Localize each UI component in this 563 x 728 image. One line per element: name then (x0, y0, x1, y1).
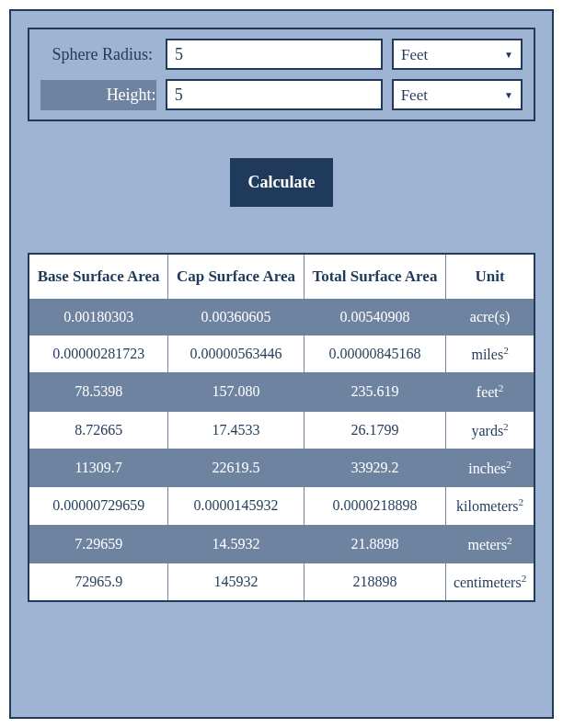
table-row: 72965.9145932218898centimeters2 (29, 563, 534, 601)
unit-label: acre(s) (470, 309, 511, 324)
table-row: 0.000002817230.000005634460.00000845168m… (29, 336, 534, 373)
unit-superscript: 2 (503, 345, 509, 356)
radius-input[interactable] (166, 39, 383, 70)
header-unit: Unit (446, 254, 534, 300)
table-row: 8.7266517.453326.1799yards2 (29, 411, 534, 449)
radius-unit-select[interactable]: Feet (392, 39, 523, 70)
radius-row: Sphere Radius: Feet ▼ (40, 39, 523, 70)
header-total: Total Surface Area (304, 254, 446, 300)
cell-total: 0.00540908 (304, 300, 446, 336)
cell-base: 7.29659 (29, 525, 168, 563)
cell-base: 72965.9 (29, 563, 168, 601)
height-label: Height: (40, 80, 156, 110)
height-input[interactable] (166, 79, 383, 110)
unit-label: kilometers (456, 499, 519, 515)
cell-total: 26.1799 (304, 411, 446, 449)
table-row: 78.5398157.080235.619feet2 (29, 373, 534, 411)
cell-total: 21.8898 (304, 525, 446, 563)
input-panel: Sphere Radius: Feet ▼ Height: Feet ▼ (28, 28, 535, 121)
cell-cap: 17.4533 (168, 411, 304, 449)
cell-base: 0.00180303 (29, 300, 168, 336)
unit-superscript: 2 (507, 535, 512, 546)
table-row: 0.001803030.003606050.00540908acre(s) (29, 300, 534, 336)
table-row: 0.000007296590.00001459320.0000218898kil… (29, 487, 534, 525)
cell-total: 235.619 (304, 373, 446, 411)
cell-total: 0.00000845168 (304, 336, 446, 373)
cell-total: 218898 (304, 563, 446, 601)
header-base: Base Surface Area (29, 254, 168, 300)
cell-base: 0.00000281723 (29, 336, 168, 373)
unit-label: yards (471, 423, 503, 438)
unit-label: inches (468, 461, 506, 476)
cell-unit: acre(s) (446, 300, 534, 336)
cell-base: 8.72665 (29, 411, 168, 449)
cell-base: 11309.7 (29, 449, 168, 486)
height-unit-wrap: Feet ▼ (392, 79, 523, 110)
unit-superscript: 2 (506, 459, 511, 470)
table-row: 7.2965914.593221.8898meters2 (29, 525, 534, 563)
cell-unit: feet2 (446, 373, 534, 411)
height-row: Height: Feet ▼ (40, 79, 523, 110)
unit-label: feet (477, 385, 499, 401)
unit-superscript: 2 (503, 421, 509, 432)
cell-unit: meters2 (446, 525, 534, 563)
results-table: Base Surface Area Cap Surface Area Total… (28, 253, 535, 602)
unit-label: miles (471, 347, 503, 362)
cell-unit: centimeters2 (446, 563, 534, 601)
cell-unit: kilometers2 (446, 487, 534, 525)
calculator-panel: Sphere Radius: Feet ▼ Height: Feet ▼ Cal… (9, 9, 554, 719)
button-row: Calculate (28, 158, 535, 207)
cell-unit: miles2 (446, 336, 534, 373)
cell-base: 0.00000729659 (29, 487, 168, 525)
radius-unit-wrap: Feet ▼ (392, 39, 523, 70)
table-row: 11309.722619.533929.2inches2 (29, 449, 534, 486)
cell-base: 78.5398 (29, 373, 168, 411)
cell-total: 0.0000218898 (304, 487, 446, 525)
unit-superscript: 2 (519, 496, 524, 507)
cell-cap: 0.0000145932 (168, 487, 304, 525)
cell-unit: inches2 (446, 449, 534, 486)
cell-cap: 0.00360605 (168, 300, 304, 336)
table-header-row: Base Surface Area Cap Surface Area Total… (29, 254, 534, 300)
cell-total: 33929.2 (304, 449, 446, 486)
cell-cap: 0.00000563446 (168, 336, 304, 373)
header-cap: Cap Surface Area (168, 254, 304, 300)
cell-cap: 157.080 (168, 373, 304, 411)
radius-label: Sphere Radius: (40, 45, 156, 64)
cell-cap: 14.5932 (168, 525, 304, 563)
height-unit-select[interactable]: Feet (392, 79, 523, 110)
unit-label: centimeters (454, 574, 522, 590)
unit-label: meters (467, 537, 507, 552)
cell-cap: 22619.5 (168, 449, 304, 486)
unit-superscript: 2 (499, 382, 504, 393)
calculate-button[interactable]: Calculate (230, 158, 334, 207)
cell-unit: yards2 (446, 411, 534, 449)
unit-superscript: 2 (522, 573, 527, 584)
cell-cap: 145932 (168, 563, 304, 601)
